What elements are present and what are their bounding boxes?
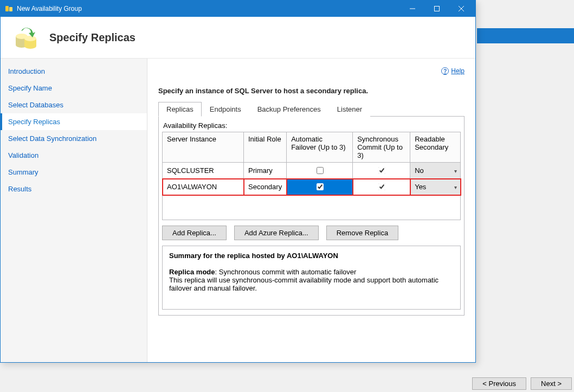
cell-server[interactable]: AO1\ALWAYON: [163, 179, 244, 195]
sidebar-item-select-databases[interactable]: Select Databases: [1, 97, 147, 113]
chevron-down-icon: ▾: [452, 184, 459, 190]
app-icon: [5, 4, 14, 13]
window-title: New Availability Group: [17, 5, 400, 12]
grid-empty-area: [162, 195, 461, 220]
cell-readable-secondary[interactable]: No ▾: [410, 163, 461, 179]
chevron-down-icon: ▾: [452, 168, 459, 173]
tab-listener[interactable]: Listener: [329, 102, 370, 117]
cell-role: Secondary: [244, 179, 287, 195]
sidebar-item-introduction[interactable]: Introduction: [1, 63, 147, 80]
help-link[interactable]: ? Help: [441, 67, 465, 75]
page-header: Specify Replicas: [1, 17, 475, 59]
close-icon: [459, 6, 464, 11]
cell-role: Primary: [244, 163, 287, 179]
grid-row-secondary[interactable]: AO1\ALWAYON Secondary Yes ▾: [163, 179, 461, 195]
cell-auto-failover[interactable]: [287, 163, 353, 179]
grid-row-primary[interactable]: SQLCLUSTER Primary No ▾: [163, 163, 461, 179]
grid-header-row: Server Instance Initial Role Automatic F…: [163, 132, 461, 163]
col-synchronous-commit[interactable]: Synchronous Commit (Up to 3): [353, 132, 410, 163]
previous-button-bg[interactable]: < Previous: [472, 377, 526, 390]
readable-value: No: [415, 166, 424, 175]
sync-commit-checkbox[interactable]: [378, 167, 385, 174]
col-server-instance[interactable]: Server Instance: [163, 132, 244, 163]
help-label: Help: [451, 67, 465, 75]
col-automatic-failover[interactable]: Automatic Failover (Up to 3): [287, 132, 353, 163]
background-accent-bar: [477, 28, 574, 43]
maximize-button[interactable]: [424, 1, 449, 16]
svg-point-8: [24, 36, 36, 41]
instruction-text: Specify an instance of SQL Server to hos…: [158, 87, 465, 95]
cell-server[interactable]: SQLCLUSTER: [163, 163, 244, 179]
replica-buttons-row: Add Replica... Add Azure Replica... Remo…: [162, 226, 461, 240]
sidebar-item-summary[interactable]: Summary: [1, 164, 147, 181]
wizard-content: Introduction Specify Name Select Databas…: [1, 59, 475, 362]
col-readable-secondary[interactable]: Readable Secondary: [410, 132, 461, 163]
database-sync-icon: [14, 24, 40, 50]
tab-endpoints[interactable]: Endpoints: [202, 102, 249, 117]
titlebar: New Availability Group: [1, 1, 475, 17]
svg-rect-0: [5, 6, 9, 11]
summary-mode-line: Replica mode: Synchronous commit with au…: [169, 268, 446, 276]
readable-value: Yes: [415, 183, 426, 191]
summary-description: This replica will use synchronous-commit…: [169, 276, 446, 292]
auto-failover-checkbox[interactable]: [317, 167, 324, 174]
sidebar-item-validation[interactable]: Validation: [1, 147, 147, 164]
sidebar-item-select-data-sync[interactable]: Select Data Synchronization: [1, 130, 147, 147]
grid-label: Availability Replicas:: [163, 121, 461, 130]
sidebar-item-results[interactable]: Results: [1, 181, 147, 197]
minimize-icon: [410, 6, 415, 11]
sidebar-item-specify-name[interactable]: Specify Name: [1, 80, 147, 97]
add-azure-replica-button[interactable]: Add Azure Replica...: [234, 226, 319, 240]
svg-rect-2: [434, 7, 439, 11]
minimize-button[interactable]: [400, 1, 424, 16]
tab-body-replicas: Availability Replicas: Server Instance I…: [158, 117, 465, 316]
tab-replicas[interactable]: Replicas: [158, 102, 202, 117]
help-icon: ?: [441, 67, 449, 75]
remove-replica-button[interactable]: Remove Replica: [326, 226, 398, 240]
sidebar-item-specify-replicas[interactable]: Specify Replicas: [1, 113, 147, 130]
summary-title: Summary for the replica hosted by AO1\AL…: [169, 252, 446, 260]
tab-backup-preferences[interactable]: Backup Preferences: [249, 102, 329, 117]
svg-rect-1: [9, 7, 12, 11]
background-wizard-buttons: < Previous Next >: [470, 375, 574, 392]
replicas-grid: Server Instance Initial Role Automatic F…: [162, 132, 461, 195]
wizard-steps-sidebar: Introduction Specify Name Select Databas…: [1, 59, 147, 362]
close-button[interactable]: [449, 1, 473, 16]
add-replica-button[interactable]: Add Replica...: [162, 226, 227, 240]
cell-sync-commit[interactable]: [353, 163, 410, 179]
cell-readable-secondary[interactable]: Yes ▾: [410, 179, 461, 195]
cell-auto-failover[interactable]: [287, 179, 353, 195]
maximize-icon: [434, 6, 440, 11]
tab-strip: Replicas Endpoints Backup Preferences Li…: [158, 101, 465, 117]
main-panel: ? Help Specify an instance of SQL Server…: [147, 59, 475, 362]
col-initial-role[interactable]: Initial Role: [244, 132, 287, 163]
auto-failover-checkbox[interactable]: [317, 183, 324, 190]
page-title: Specify Replicas: [49, 31, 136, 44]
sync-commit-checkbox[interactable]: [378, 183, 385, 190]
cell-sync-commit[interactable]: [353, 179, 410, 195]
replica-summary-box: Summary for the replica hosted by AO1\AL…: [162, 246, 461, 310]
next-button-bg[interactable]: Next >: [531, 377, 572, 390]
new-availability-group-dialog: New Availability Group Specify Replicas …: [0, 0, 476, 363]
